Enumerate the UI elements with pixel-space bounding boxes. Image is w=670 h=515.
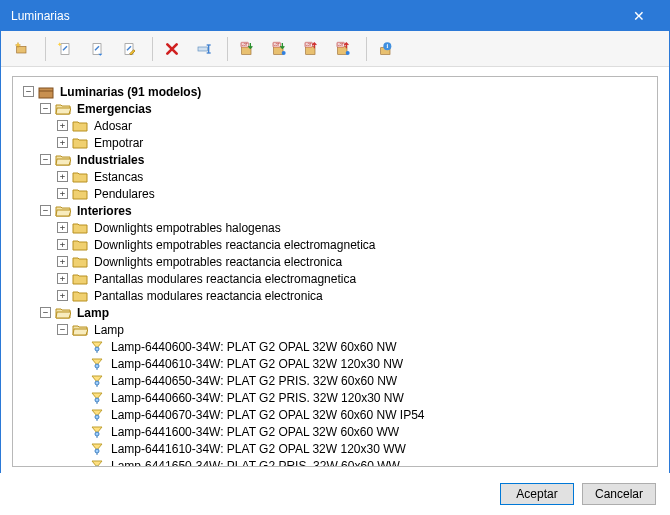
lamp-icon	[89, 391, 105, 405]
new-button[interactable]	[9, 34, 39, 64]
tree-item[interactable]: Lamp-6440650-34W: PLAT G2 PRIS. 32W 60x6…	[19, 372, 651, 389]
tree-item[interactable]: Lamp-6440610-34W: PLAT G2 OPAL 32W 120x3…	[19, 355, 651, 372]
toggle-spacer	[74, 426, 85, 437]
tree-folder[interactable]: +Estancas	[19, 168, 651, 185]
toolbar-separator	[152, 37, 153, 61]
info-button[interactable]: i	[373, 34, 403, 64]
lamp-icon	[89, 425, 105, 439]
tree-group[interactable]: −Industriales	[19, 151, 651, 168]
tree-root[interactable]: −Luminarias (91 modelos)	[19, 83, 651, 100]
svg-point-14	[282, 51, 286, 55]
svg-text:LDT: LDT	[337, 43, 343, 47]
export-2-button[interactable]: LDT	[330, 34, 360, 64]
toggle-spacer	[74, 460, 85, 467]
import-2-button[interactable]: LDT	[266, 34, 296, 64]
tree-node-label: Downlights empotrables halogenas	[92, 221, 283, 235]
import-1-button[interactable]: LDT	[234, 34, 264, 64]
tree-folder[interactable]: +Pendulares	[19, 185, 651, 202]
tree-item[interactable]: Lamp-6440660-34W: PLAT G2 PRIS. 32W 120x…	[19, 389, 651, 406]
tree-item[interactable]: Lamp-6441610-34W: PLAT G2 OPAL 32W 120x3…	[19, 440, 651, 457]
tree-folder[interactable]: +Pantallas modulares reactancia electron…	[19, 287, 651, 304]
delete-icon	[164, 42, 180, 56]
svg-text:LDT: LDT	[241, 43, 247, 47]
toolbar-separator	[227, 37, 228, 61]
toggle-icon[interactable]: +	[57, 222, 68, 233]
tree-folder[interactable]: −Lamp	[19, 321, 651, 338]
tree-folder[interactable]: +Empotrar	[19, 134, 651, 151]
tree-group[interactable]: −Interiores	[19, 202, 651, 219]
svg-text:LDT: LDT	[305, 43, 311, 47]
tree-item[interactable]: Lamp-6441650-34W: PLAT G2 PRIS. 32W 60x6…	[19, 457, 651, 467]
tree-node-label: Interiores	[75, 204, 134, 218]
toggle-icon[interactable]: −	[40, 205, 51, 216]
toggle-icon[interactable]: −	[57, 324, 68, 335]
toggle-icon[interactable]: +	[57, 273, 68, 284]
toggle-icon[interactable]: +	[57, 137, 68, 148]
edit-item-button[interactable]	[116, 34, 146, 64]
svg-point-37	[95, 432, 99, 436]
tree-node-label: Luminarias (91 modelos)	[58, 85, 203, 99]
tree-item[interactable]: Lamp-6440670-34W: PLAT G2 OPAL 32W 60x60…	[19, 406, 651, 423]
new-item-button[interactable]	[52, 34, 82, 64]
tree-node-label: Estancas	[92, 170, 145, 184]
tree-group[interactable]: −Lamp	[19, 304, 651, 321]
copy-item-button[interactable]	[84, 34, 114, 64]
folder-icon	[72, 255, 88, 269]
svg-rect-18	[338, 46, 347, 54]
tree-item[interactable]: Lamp-6441600-34W: PLAT G2 OPAL 32W 60x60…	[19, 423, 651, 440]
toggle-icon[interactable]: −	[40, 307, 51, 318]
new-doc-icon	[57, 42, 73, 56]
tree-node-label: Adosar	[92, 119, 134, 133]
tree-folder[interactable]: +Pantallas modulares reactancia electrom…	[19, 270, 651, 287]
tree-node-label: Pantallas modulares reactancia electroma…	[92, 272, 358, 286]
tree-folder[interactable]: +Downlights empotrables reactancia elect…	[19, 236, 651, 253]
svg-text:LDT: LDT	[273, 43, 279, 47]
lamp-icon	[89, 374, 105, 388]
toolbar: LDTLDTLDTLDTi	[1, 31, 669, 67]
sparkle-icon	[14, 42, 30, 56]
folder-icon	[72, 187, 88, 201]
toggle-spacer	[74, 409, 85, 420]
toggle-spacer	[74, 375, 85, 386]
tree-folder[interactable]: +Downlights empotrables reactancia elect…	[19, 253, 651, 270]
svg-point-21	[346, 51, 350, 55]
ldt-up-icon: LDT	[303, 42, 319, 56]
tree-group[interactable]: −Emergencias	[19, 100, 651, 117]
tree-folder[interactable]: +Adosar	[19, 117, 651, 134]
toggle-icon[interactable]: −	[23, 86, 34, 97]
lamp-icon	[89, 459, 105, 468]
toggle-icon[interactable]: +	[57, 188, 68, 199]
tree-node-label: Lamp	[75, 306, 111, 320]
tree-node-label: Lamp-6440610-34W: PLAT G2 OPAL 32W 120x3…	[109, 357, 405, 371]
tree-folder[interactable]: +Downlights empotrables halogenas	[19, 219, 651, 236]
folder-open-icon	[72, 323, 88, 337]
export-1-button[interactable]: LDT	[298, 34, 328, 64]
tree-node-label: Industriales	[75, 153, 146, 167]
toggle-icon[interactable]: +	[57, 239, 68, 250]
tree-node-label: Lamp-6441600-34W: PLAT G2 OPAL 32W 60x60…	[109, 425, 401, 439]
doc-edit-icon	[121, 42, 137, 56]
tree-item[interactable]: Lamp-6440600-34W: PLAT G2 OPAL 32W 60x60…	[19, 338, 651, 355]
rename-button[interactable]	[191, 34, 221, 64]
toggle-icon[interactable]: +	[57, 256, 68, 267]
accept-button[interactable]: Aceptar	[500, 483, 574, 505]
toggle-icon[interactable]: +	[57, 290, 68, 301]
box-icon	[38, 85, 54, 99]
folder-icon	[72, 119, 88, 133]
toolbar-separator	[45, 37, 46, 61]
toggle-spacer	[74, 358, 85, 369]
toggle-icon[interactable]: −	[40, 154, 51, 165]
close-icon[interactable]: ✕	[619, 1, 659, 31]
toggle-icon[interactable]: −	[40, 103, 51, 114]
toggle-icon[interactable]: +	[57, 171, 68, 182]
svg-point-35	[95, 415, 99, 419]
window-title: Luminarias	[11, 9, 619, 23]
tree-view[interactable]: −Luminarias (91 modelos)−Emergencias+Ado…	[12, 76, 658, 467]
delete-button[interactable]	[159, 34, 189, 64]
folder-open-icon	[55, 102, 71, 116]
info-icon: i	[378, 42, 394, 56]
folder-icon	[72, 289, 88, 303]
cancel-button[interactable]: Cancelar	[582, 483, 656, 505]
toggle-icon[interactable]: +	[57, 120, 68, 131]
ldt-up2-icon: LDT	[335, 42, 351, 56]
